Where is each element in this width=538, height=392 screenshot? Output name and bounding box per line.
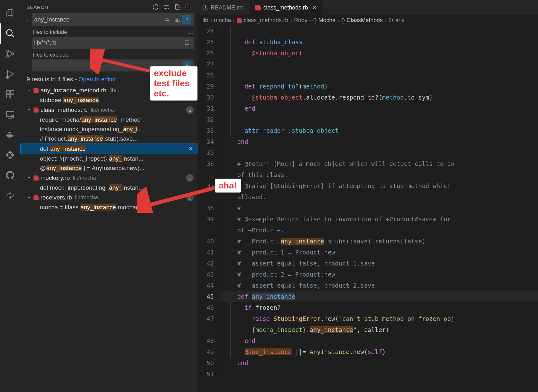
chevron-down-icon xyxy=(27,195,32,200)
svg-point-33 xyxy=(186,65,188,66)
match-line[interactable]: # Product.any_instance.stub(.save... xyxy=(20,134,197,144)
breadcrumb-item[interactable]: {} ClassMethods xyxy=(341,17,383,24)
match-line[interactable]: require 'mocha/any_instance_method' xyxy=(20,115,197,125)
refresh-icon[interactable] xyxy=(153,4,159,10)
match-line[interactable]: def mock_impersonating_any_instan... xyxy=(20,183,197,193)
use-exclude-settings-icon[interactable] xyxy=(183,61,191,70)
editor-area: iREADME.mdclass_methods.rb✕ lib›mocha›cl… xyxy=(197,0,538,392)
match-line[interactable]: mocha = klass.any_instance.mocha(f... xyxy=(20,203,197,212)
tabs-row: iREADME.mdclass_methods.rb✕ xyxy=(197,0,538,15)
svg-point-6 xyxy=(12,53,14,55)
source-control-icon[interactable] xyxy=(0,44,20,64)
remote-icon[interactable] xyxy=(0,104,20,125)
search-sidebar: SEARCH Aa ab .* files to include xyxy=(20,0,197,392)
file-path: lib/... xyxy=(109,87,121,94)
tab-label: README.md xyxy=(211,4,245,11)
match-word-icon[interactable]: ab xyxy=(173,15,182,24)
book-icon[interactable] xyxy=(183,39,191,47)
new-file-icon[interactable] xyxy=(174,4,180,10)
results-tree: any_instance_method.rb lib/... 1stubbee.… xyxy=(20,85,197,212)
ruby-file-icon xyxy=(34,175,39,181)
match-count-badge: 6 xyxy=(186,106,194,114)
svg-rect-1 xyxy=(7,11,12,17)
explorer-icon[interactable] xyxy=(0,3,20,23)
svg-rect-11 xyxy=(6,95,10,98)
match-line[interactable]: @any_instance ||= AnyInstance.new(... xyxy=(20,163,197,173)
svg-point-5 xyxy=(7,55,9,58)
close-icon[interactable]: ✕ xyxy=(312,4,317,11)
docker-icon[interactable] xyxy=(0,125,20,145)
clear-icon[interactable] xyxy=(163,4,170,10)
run-debug-icon[interactable] xyxy=(0,64,20,84)
svg-rect-19 xyxy=(9,132,10,133)
breadcrumb-item[interactable]: lib xyxy=(203,17,208,24)
svg-point-4 xyxy=(7,50,9,52)
svg-rect-18 xyxy=(10,134,11,135)
code-area[interactable]: 2425262728293031323334353637383940414243… xyxy=(197,26,538,392)
open-in-editor-link[interactable]: Open in editor xyxy=(78,76,116,83)
breadcrumb-item[interactable]: Ruby xyxy=(294,17,307,24)
regex-icon[interactable]: .* xyxy=(182,15,191,24)
breadcrumb-item[interactable]: {} Mocha xyxy=(313,17,335,24)
more-options-icon[interactable]: ⋯ xyxy=(187,29,194,37)
search-icon[interactable] xyxy=(0,23,20,44)
file-node[interactable]: receivers.rb lib/mocha 1 xyxy=(20,193,197,203)
svg-point-2 xyxy=(6,30,12,36)
svg-rect-30 xyxy=(187,6,190,9)
svg-rect-20 xyxy=(10,132,11,133)
gutter: 2425262728293031323334353637383940414243… xyxy=(197,26,220,392)
chevron-down-icon xyxy=(27,108,32,112)
collapse-icon[interactable] xyxy=(185,4,191,10)
include-label: files to include xyxy=(33,29,194,35)
svg-rect-13 xyxy=(6,112,14,117)
breadcrumb-item[interactable]: mocha xyxy=(214,17,231,24)
activity-bar xyxy=(0,0,20,392)
dismiss-icon[interactable]: ✕ xyxy=(188,145,193,152)
code-lines[interactable]: def stubba_class @stubba_object def resp… xyxy=(220,26,538,392)
file-path: lib/mocha xyxy=(91,107,114,113)
toggle-replace-icon[interactable] xyxy=(24,16,30,23)
svg-rect-16 xyxy=(7,134,8,135)
svg-rect-10 xyxy=(10,90,14,94)
match-count-badge: 1 xyxy=(186,87,194,94)
ruby-file-icon xyxy=(34,88,39,93)
file-name: any_instance_method.rb xyxy=(41,87,106,94)
exclude-label: files to exclude xyxy=(33,52,194,58)
file-name: mockery.rb xyxy=(41,175,70,181)
breadcrumb-item[interactable]: class_methods.rb xyxy=(237,17,288,24)
match-count-badge: 1 xyxy=(186,194,194,201)
match-line[interactable]: instance.mock_impersonating_any_i... xyxy=(20,125,197,134)
chevron-down-icon xyxy=(27,176,32,180)
svg-line-3 xyxy=(12,35,14,37)
share-icon[interactable] xyxy=(0,185,20,205)
match-line[interactable]: stubbee.any_instance xyxy=(20,95,197,105)
breadcrumb-item[interactable]: any xyxy=(388,17,404,24)
file-name: receivers.rb xyxy=(41,194,72,201)
file-path: lib/mocha xyxy=(75,194,98,201)
ruby-file-icon xyxy=(34,195,39,200)
tab[interactable]: iREADME.md xyxy=(197,0,250,15)
svg-point-21 xyxy=(9,154,11,156)
extensions-icon[interactable] xyxy=(0,84,20,104)
file-node[interactable]: any_instance_method.rb lib/... 1 xyxy=(20,85,197,95)
breadcrumbs[interactable]: lib›mocha›class_methods.rb›Ruby›{} Mocha… xyxy=(197,15,538,26)
tab[interactable]: class_methods.rb✕ xyxy=(250,0,322,15)
info-icon: i xyxy=(203,5,208,10)
svg-rect-17 xyxy=(9,134,10,135)
sidebar-title: SEARCH xyxy=(27,4,48,10)
svg-rect-0 xyxy=(8,9,13,15)
match-count-badge: 1 xyxy=(186,174,194,182)
file-node[interactable]: mockery.rb lib/mocha 1 xyxy=(20,173,197,183)
target-icon[interactable] xyxy=(0,145,20,165)
file-node[interactable]: class_methods.rb lib/mocha 6 xyxy=(20,105,197,115)
match-line[interactable]: object: #{mocha_inspect}.any_instan... xyxy=(20,154,197,163)
chevron-down-icon xyxy=(27,88,32,93)
match-case-icon[interactable]: Aa xyxy=(163,15,172,24)
search-input[interactable] xyxy=(34,16,163,23)
include-input[interactable] xyxy=(34,40,183,46)
github-icon[interactable] xyxy=(0,165,20,185)
match-line[interactable]: def any_instance✕ xyxy=(20,144,197,154)
exclude-input[interactable] xyxy=(34,62,183,69)
file-name: class_methods.rb xyxy=(41,107,88,113)
svg-rect-9 xyxy=(6,90,10,94)
